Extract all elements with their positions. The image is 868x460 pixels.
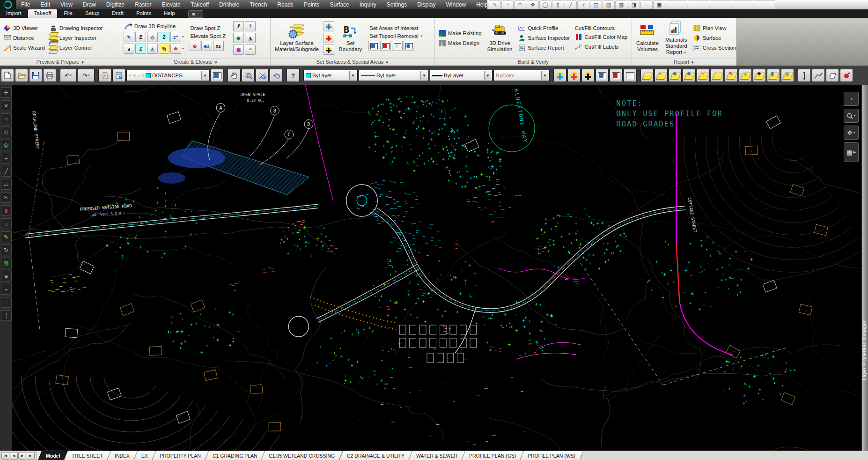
row2-dropdown-icon[interactable]: ▾	[182, 47, 184, 51]
print-button[interactable]	[43, 69, 56, 82]
cad-drawing[interactable]: A B C D NOTE: ONLY USE PROFILE FOR ROAD …	[12, 85, 862, 451]
menu-item[interactable]: Raster	[130, 0, 156, 9]
sheet-tab[interactable]: PROFILE PLAN (WS)	[520, 451, 583, 460]
spot-elev-black-button[interactable]	[581, 69, 595, 82]
view-compare-button[interactable]	[624, 69, 637, 82]
left-tool-button[interactable]: ⌐	[1, 153, 12, 163]
quick-draw-button[interactable]: ✎	[489, 0, 501, 9]
3d-viewer-button[interactable]: 3D Viewer	[2, 23, 46, 33]
ribbon-tab[interactable]: Takeoff	[28, 9, 58, 18]
sheet-tab[interactable]: WATER & SEWER	[408, 451, 465, 460]
z-wave-button[interactable]: ƶ	[124, 44, 134, 54]
menu-item[interactable]: Drillhole	[214, 0, 244, 9]
zoom-previous-button[interactable]	[270, 69, 283, 82]
group-label-report[interactable]: Report ▼	[632, 58, 736, 66]
draw-spot-z-button[interactable]: Draw Spot Z	[189, 24, 227, 32]
quick-draw-button[interactable]: ◫	[590, 0, 602, 9]
redo-button[interactable]: ↷▾	[78, 69, 95, 82]
left-tool-button[interactable]: ↻	[1, 245, 12, 255]
menu-item[interactable]: Surface	[324, 0, 354, 9]
draw-z-polyline-button[interactable]: Ƶ	[135, 32, 146, 42]
quick-toolbar-slot[interactable]	[688, 0, 709, 9]
menu-item[interactable]: File	[16, 0, 35, 9]
gift-tools-button[interactable]: ▣	[233, 45, 244, 55]
cross-sections-button[interactable]: Cross Sections	[691, 43, 740, 52]
quick-draw-button[interactable]: ▯	[552, 0, 564, 9]
quick-toolbar-slot[interactable]	[710, 0, 731, 9]
menu-item[interactable]: Settings	[382, 0, 412, 9]
z-dashed-button[interactable]: z̈	[233, 21, 244, 31]
quick-draw-button[interactable]: ◨	[628, 0, 640, 9]
menu-item[interactable]: Display	[412, 0, 441, 9]
quick-draw-button[interactable]: ▣	[653, 0, 665, 9]
menu-item[interactable]: Takeoff	[186, 0, 214, 9]
surface-report-button[interactable]: Surface Report	[516, 43, 571, 52]
quick-draw-button[interactable]: ◠	[514, 0, 526, 9]
draw-3d-box-button[interactable]: ◇	[147, 32, 158, 42]
scale-wizard-button[interactable]: Scale Wizard	[2, 43, 46, 52]
menu-item[interactable]: View	[55, 0, 78, 9]
layer-inspector-button[interactable]: Layer Inspector	[48, 33, 104, 43]
layer-surface-material-button[interactable]: Layer SurfaceMaterial/Subgrade	[272, 22, 321, 53]
plotstyle-dropdown[interactable]: ByColor ▼	[493, 70, 550, 81]
new-file-button[interactable]	[1, 69, 14, 82]
drape-button[interactable]: ◬	[147, 44, 158, 54]
group-label-surfaces[interactable]: Set Surfaces & Special Areas ▼	[271, 58, 434, 66]
vertical-line-button[interactable]	[798, 69, 811, 82]
menu-item[interactable]: Roads	[272, 0, 299, 9]
menu-item[interactable]: Points	[299, 0, 324, 9]
layer-control-button[interactable]: Layer Control	[48, 43, 104, 52]
surface-inspector-button[interactable]: Surface Inspector	[516, 33, 571, 43]
first-sheet-button[interactable]: |◀	[1, 452, 9, 460]
left-tool-button[interactable]: ⌂	[1, 218, 12, 229]
plan-view-button[interactable]: Plan View	[691, 23, 740, 33]
undo-button[interactable]: ↶▾	[60, 69, 77, 82]
red-marker-button[interactable]	[840, 69, 853, 82]
layer-dropdown-arrow[interactable]: ▼	[201, 71, 208, 80]
ribbon-tab[interactable]: Help	[158, 9, 181, 18]
cutfill-colormap-button[interactable]: Cut/Fill Color Map	[573, 32, 629, 42]
3d-drive-simulation-button[interactable]: 3D DriveSimulation	[485, 22, 515, 53]
calculate-volumes-button[interactable]: CalculateVolumes	[634, 22, 661, 53]
quick-draw-button[interactable]: ╱	[565, 0, 577, 9]
ribbon-tab[interactable]: File	[58, 9, 79, 18]
draw-3d-polyline-button[interactable]: Draw 3D Polyline	[123, 22, 184, 31]
steering-wheel-button[interactable]: ◔	[844, 92, 859, 106]
left-tool-button[interactable]: ┊	[1, 310, 12, 321]
left-tool-button[interactable]: ◌	[1, 297, 12, 308]
save-button[interactable]	[29, 69, 42, 82]
group-label-create[interactable]: Create & Elevate ▼	[121, 58, 270, 66]
query-z-button[interactable]: ?	[245, 21, 256, 31]
slope-layers-button[interactable]: ≙	[170, 44, 181, 54]
sphere-check-button[interactable]: ◉	[233, 33, 244, 43]
layer-tool-button[interactable]: ☀	[697, 69, 710, 82]
help-button[interactable]: ?	[287, 69, 300, 82]
zoom-tool-button[interactable]: ▾	[844, 109, 859, 123]
elevate-spot-z-button[interactable]: Elevate Spot Z	[189, 32, 227, 40]
pan-tool-button[interactable]: ✥▾	[844, 126, 859, 140]
layer-tool-button[interactable]	[640, 69, 654, 82]
color-dropdown[interactable]: ByLayer ▼	[303, 70, 358, 81]
view-existing-button[interactable]	[596, 69, 609, 82]
sheet-tab[interactable]: C2 DRAINAGE & UTILITY	[339, 451, 412, 460]
left-tool-button[interactable]: ✛	[1, 87, 12, 98]
left-tool-button[interactable]: ≡	[1, 271, 12, 282]
spot-xz-button[interactable]: ◈z	[201, 41, 212, 51]
set-z-button[interactable]: Z	[159, 32, 169, 42]
quick-toolbar-slot[interactable]	[732, 0, 753, 9]
prev-sheet-button[interactable]: ◀	[10, 452, 18, 460]
ribbon-tab[interactable]: Points	[130, 9, 157, 18]
left-tool-button[interactable]: ▮	[1, 205, 12, 216]
view-design-button[interactable]	[610, 69, 623, 82]
menu-item[interactable]: Draw	[78, 0, 101, 9]
make-existing-button[interactable]: Make Existing	[437, 29, 483, 38]
layer-tool-button[interactable]: ▲	[739, 69, 752, 82]
left-tool-button[interactable]: ✂	[1, 192, 12, 203]
interpolate-z-button[interactable]: Z	[135, 44, 146, 54]
distance-button[interactable]: Distance	[2, 33, 46, 43]
open-file-button[interactable]	[15, 69, 28, 82]
layer-tool-button[interactable]: ≣	[781, 69, 794, 82]
polyline-edit-button[interactable]	[812, 69, 825, 82]
zoom-window-button[interactable]	[242, 69, 255, 82]
layer-tool-button[interactable]: ≡	[655, 69, 668, 82]
